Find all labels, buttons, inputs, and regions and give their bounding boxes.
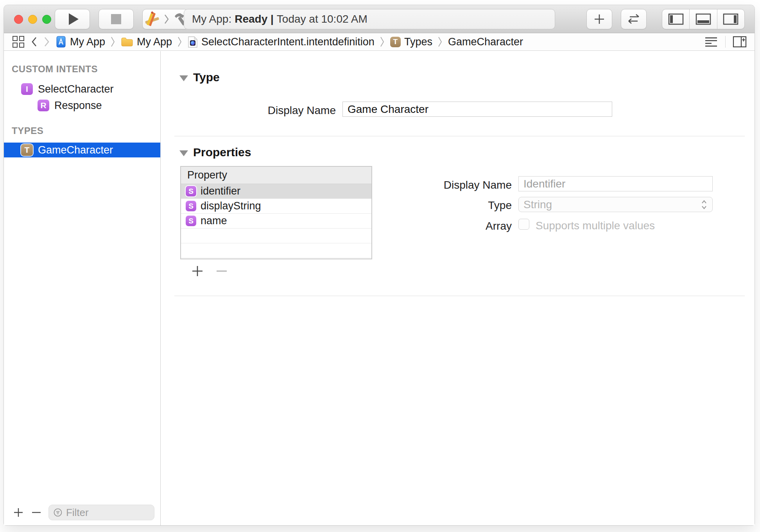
property-name: name (201, 215, 227, 227)
plus-icon (593, 13, 605, 25)
divider (725, 36, 726, 48)
add-editor-icon[interactable] (733, 36, 747, 48)
intent-editor: Type Display Name Properties Property S … (161, 51, 755, 525)
breadcrumb-gamecharacter[interactable]: GameCharacter (448, 36, 523, 48)
breadcrumb-project[interactable]: My App (56, 36, 105, 48)
minimize-window-button[interactable] (28, 15, 37, 24)
chevron-separator-icon (111, 36, 115, 47)
window-body: CUSTOM INTENTS I SelectCharacter R Respo… (4, 51, 755, 525)
bottom-panel-icon (695, 13, 711, 25)
dropdown-value: String (523, 198, 701, 211)
toggle-navigator-button[interactable] (662, 9, 689, 29)
sidebar-item-label: Response (54, 100, 102, 112)
section-separator (174, 136, 745, 136)
chevron-separator-icon (164, 14, 169, 25)
stepper-chevrons-icon (701, 199, 708, 211)
detail-display-name-label: Display Name (410, 179, 512, 191)
close-window-button[interactable] (14, 15, 23, 24)
stop-icon (111, 14, 121, 24)
type-display-name-input[interactable] (342, 102, 612, 117)
type-section-disclosure[interactable] (179, 75, 188, 81)
section-separator (174, 296, 745, 296)
array-checkbox[interactable] (518, 219, 529, 230)
detail-type-label: Type (410, 199, 512, 212)
editor-options-icon[interactable] (704, 37, 718, 47)
remove-property-button[interactable] (215, 264, 228, 278)
back-button-icon[interactable] (30, 36, 38, 47)
library-add-button[interactable] (586, 9, 612, 29)
sidebar-item-label: SelectCharacter (38, 83, 114, 95)
sidebar-item-gamecharacter[interactable]: T GameCharacter (4, 143, 160, 157)
add-property-button[interactable] (191, 264, 204, 278)
breadcrumb-label: My App (70, 36, 105, 48)
breadcrumb-label: Types (404, 36, 432, 48)
editor-mode-button[interactable] (621, 9, 647, 29)
properties-table: Property S identifier S displayString S … (180, 166, 372, 259)
filter-input[interactable] (66, 507, 150, 519)
forward-button-icon[interactable] (43, 36, 50, 47)
toggle-inspector-button[interactable] (717, 9, 744, 29)
table-row-empty[interactable] (181, 243, 371, 258)
breadcrumb-file[interactable]: SelectCharacterIntent.intentdefinition (188, 36, 375, 48)
activity-viewer: My App: Ready | Today at 10:02 AM (184, 9, 555, 29)
section-header-types: TYPES (12, 125, 160, 136)
type-badge-icon: T (390, 37, 401, 47)
status-ready-label: Ready | (235, 13, 274, 25)
breadcrumb-group[interactable]: My App (121, 36, 172, 48)
project-icon (56, 36, 66, 48)
type-section-title: Type (193, 71, 220, 84)
breadcrumb-types[interactable]: T Types (390, 36, 432, 48)
jump-bar-right-controls (704, 36, 747, 48)
swap-arrows-icon (627, 13, 641, 25)
table-row[interactable]: S displayString (181, 199, 371, 214)
left-panel-icon (668, 13, 684, 25)
table-row[interactable]: S name (181, 214, 371, 229)
display-name-label: Display Name (219, 104, 336, 117)
app-scheme-icon (143, 11, 161, 27)
sidebar-item-response[interactable]: R Response (4, 97, 160, 114)
table-row-empty[interactable] (181, 229, 371, 243)
property-name: displayString (201, 200, 261, 212)
intentdefinition-file-icon (188, 36, 198, 48)
play-icon (69, 13, 79, 25)
breadcrumb-label: SelectCharacterIntent.intentdefinition (201, 36, 375, 48)
panel-toggle-group (662, 9, 745, 29)
properties-section-title: Properties (193, 146, 251, 159)
detail-array-label: Array (410, 220, 512, 232)
property-type-dropdown[interactable]: String (518, 197, 713, 212)
status-app-label: My App: (192, 13, 231, 25)
table-row[interactable]: S identifier (181, 184, 371, 199)
sidebar-item-selectcharacter[interactable]: I SelectCharacter (4, 81, 160, 97)
chevron-separator-icon (380, 36, 385, 47)
xcode-window: My App: Ready | Today at 10:02 AM (4, 5, 755, 525)
right-panel-icon (723, 13, 738, 25)
scheme-selector-button[interactable] (142, 9, 188, 29)
jump-bar: My App My App Selec (4, 33, 755, 51)
breadcrumb-label: My App (137, 36, 172, 48)
toolbar: My App: Ready | Today at 10:02 AM (4, 5, 755, 33)
string-type-badge-icon: S (186, 216, 196, 226)
array-checkbox-label: Supports multiple values (536, 220, 655, 232)
string-type-badge-icon: S (186, 201, 196, 211)
add-item-button[interactable] (13, 507, 24, 518)
window-controls (14, 15, 51, 24)
folder-icon (121, 37, 133, 47)
toggle-debug-area-button[interactable] (689, 9, 717, 29)
table-actions (191, 264, 228, 278)
chevron-separator-icon (177, 36, 182, 47)
remove-item-button[interactable] (30, 507, 42, 518)
properties-section-disclosure[interactable] (179, 150, 188, 156)
intents-sidebar: CUSTOM INTENTS I SelectCharacter R Respo… (4, 51, 161, 525)
related-items-icon[interactable] (12, 35, 25, 48)
property-display-name-input[interactable] (518, 176, 713, 191)
stop-button[interactable] (99, 9, 134, 29)
table-column-header: Property (181, 167, 371, 184)
zoom-window-button[interactable] (42, 15, 51, 24)
response-badge-icon: R (38, 100, 49, 111)
filter-icon (53, 507, 63, 518)
sidebar-bottom-bar (4, 502, 160, 525)
property-name: identifier (201, 185, 240, 197)
section-header-custom-intents: CUSTOM INTENTS (12, 64, 160, 75)
filter-field[interactable] (48, 505, 154, 520)
run-button[interactable] (55, 9, 90, 29)
